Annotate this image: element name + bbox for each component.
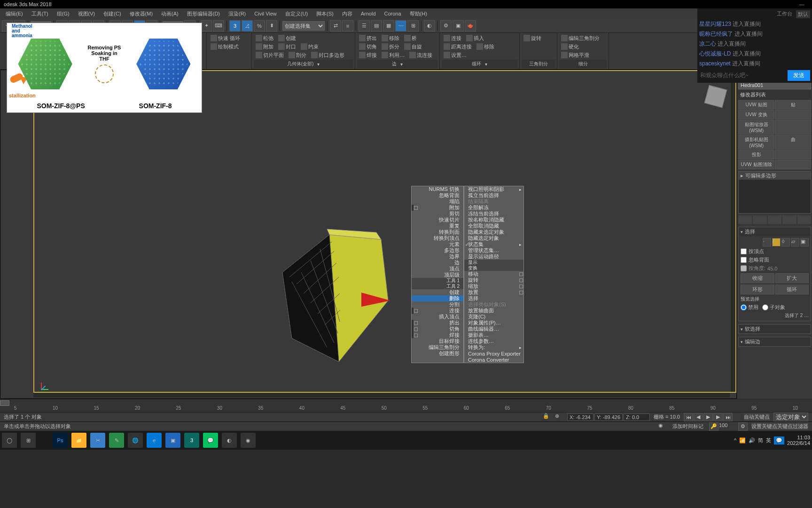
mod-r5[interactable] [775,160,811,169]
ctx-item[interactable]: 转换为: [464,344,523,350]
spinner-snap-button[interactable]: ⬍ [266,20,277,32]
element-so[interactable]: ▣ [800,238,809,246]
tessellate-button[interactable]: 剖分 [287,52,308,59]
mod-r0[interactable]: 贴 [775,100,811,110]
keyboard-button[interactable]: ⌨ [213,20,224,32]
menu-custom[interactable]: 自定义(U) [281,9,312,18]
constrain-button[interactable]: 约束 [299,43,320,50]
meshsmooth-button[interactable]: 网格平滑 [559,52,591,59]
byangle-check[interactable] [741,265,747,271]
minimize-icon[interactable]: — [795,1,808,8]
show-end-button[interactable] [753,215,766,224]
mod-uvwxform[interactable]: UVW 变换 [738,110,774,119]
stack-editpoly[interactable]: 可编辑多边形 [739,172,811,180]
remove-mod-button[interactable] [782,215,796,224]
edit-tri-button[interactable]: 编辑三角剖分 [559,35,601,42]
menu-graph[interactable]: 图形编辑器(D) [183,9,224,18]
layers-button[interactable]: ☰ [359,20,370,32]
mod-r1[interactable] [775,110,811,119]
tri-foot[interactable]: 三角剖分 [527,61,550,67]
shrink-button[interactable]: 收缩 [741,273,774,283]
menu-script[interactable]: 脚本(S) [312,9,337,18]
add-time-tag[interactable]: 添加时间标记 [672,423,703,430]
edge-so[interactable]: / [772,238,781,246]
next-frame-button[interactable]: ▶ [713,413,723,421]
tray-ime[interactable]: 简 [758,437,763,444]
menu-content[interactable]: 内容 [338,9,356,18]
menu-corona[interactable]: Corona [381,10,405,17]
cappoly-button[interactable]: 封口多边形 [309,52,346,59]
menu-create[interactable]: 创建(C) [100,9,125,18]
loop-button[interactable]: 循环 [775,285,809,294]
byvertex-check[interactable] [741,248,747,254]
quickloop-button[interactable]: 快速 循环 [209,35,242,42]
angle-snap-button[interactable]: ⦨ [242,20,253,32]
schematic-button[interactable]: ⊞ [407,20,419,32]
ignore-bf-check[interactable] [741,257,747,263]
mod-r4[interactable] [775,150,811,159]
flowconnect-button[interactable]: 流连接 [407,52,434,59]
ring-button[interactable]: 环形 [741,285,774,294]
ribbon-toggle-button[interactable]: ▦ [383,20,394,32]
spin-button[interactable]: 自旋 [402,43,424,50]
viewport[interactable]: NURMS 切换忽略背面塌陷附加剪切快速切片重复转换到面转换到顶点元素多边形边界… [0,70,737,399]
taskview-button[interactable]: ⊞ [21,433,36,448]
3dsmax-icon[interactable]: 3 [184,433,199,448]
create-button[interactable]: 创建 [276,35,298,42]
rotate-tri-button[interactable]: 旋转 [522,35,543,42]
pin-stack-button[interactable] [738,215,752,224]
mod-r2[interactable] [775,120,811,135]
play-button[interactable]: ▶ [703,413,713,421]
time-slider[interactable]: 510152025303540455055606570758085909510 [0,399,812,412]
split-button[interactable]: 拆分 [380,43,401,50]
poly-so[interactable]: ▱ [791,238,799,246]
modifier-list-header[interactable]: 修改器列表 [738,90,811,99]
scrollbar-v[interactable] [731,71,735,392]
render-setup-button[interactable]: ⚙ [440,20,452,32]
bridge-button[interactable]: 桥 [402,35,419,42]
connect-button[interactable]: 连接 [442,35,463,42]
layer-explorer-button[interactable]: ▤ [371,20,382,32]
mod-proj[interactable]: 投影 [738,150,774,159]
menu-view[interactable]: 视图(V) [74,9,99,18]
chat-top-def[interactable]: 默认 [796,10,810,18]
time-tag-button[interactable]: ◉ [658,422,667,431]
key-mode-button[interactable]: 🔑 [709,422,718,431]
lock-selection-button[interactable]: 🔒 [543,413,551,421]
configure-button[interactable] [797,215,811,224]
chat-send-button[interactable]: 发送 [788,70,810,81]
mirror-button[interactable]: ⇄ [330,20,341,32]
tray-vol-icon[interactable]: 🔊 [749,437,755,444]
ctx-item[interactable]: Corona Proxy Exporter [464,350,523,357]
remove-button[interactable]: 移除 [380,35,401,42]
ctx-item[interactable]: Corona Converter [464,357,523,363]
softsel-rollup[interactable]: 软选择 [739,325,811,333]
paintmode-button[interactable]: 绘制模式 [209,43,241,50]
isolate-button[interactable]: ⊕ [555,413,563,421]
start-button[interactable]: ◯ [2,433,17,448]
wechat-icon[interactable]: 💬 [203,433,218,448]
manip-button[interactable]: ✦ [201,20,212,32]
menu-render[interactable]: 渲染(R) [225,9,250,18]
snap-3d-button[interactable]: 3 [229,20,241,32]
render-button[interactable]: 🫖 [465,20,476,32]
edge-foot[interactable]: 边 [390,61,398,67]
harden-button[interactable]: 硬化 [559,43,581,50]
menu-modifier[interactable]: 修改器(M) [126,9,157,18]
app2-icon[interactable]: ▣ [165,433,180,448]
chrome-icon[interactable]: 🌐 [128,433,143,448]
extrude-button[interactable]: 挤出 [357,35,379,42]
mod-cammap[interactable]: 摄影机贴图 (WSM) [738,135,774,150]
app3-icon[interactable]: ◐ [222,433,237,448]
unique-button[interactable] [768,215,781,224]
explorer-icon[interactable]: 📁 [71,433,86,448]
coord-x[interactable]: X: -6.234 [567,413,593,421]
loop-foot[interactable]: 循环 [470,61,483,67]
goto-end-button[interactable]: ⏭ [723,413,733,421]
subobj-radio[interactable] [762,304,768,310]
menu-edit[interactable]: 编辑(E) [2,9,27,18]
time-config-button[interactable]: ⚙ [738,422,748,431]
tray-msg-icon[interactable]: 💬 [774,437,784,444]
app1-icon[interactable]: ✎ [109,433,124,448]
autokey-button[interactable]: 自动关键点 [744,413,770,421]
